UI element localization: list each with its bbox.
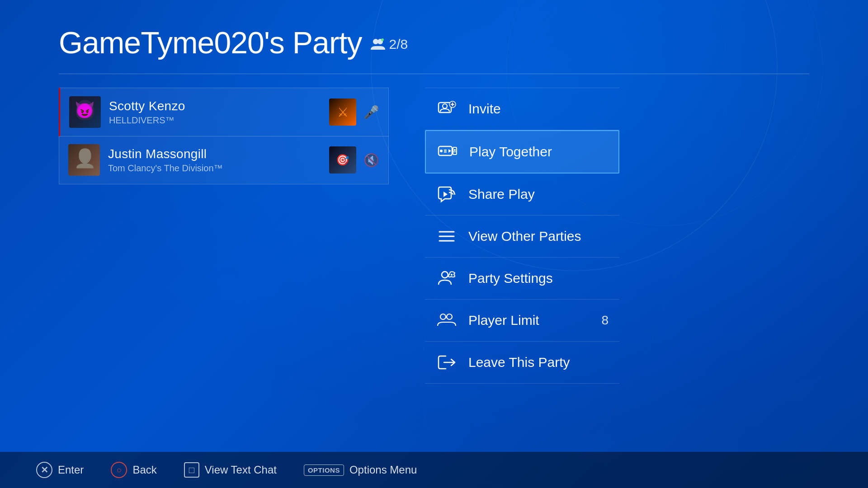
party-settings-icon-svg	[437, 268, 457, 288]
game-thumbnail-helldivers	[329, 99, 356, 126]
party-settings-icon	[436, 267, 458, 289]
x-button: ✕	[36, 462, 52, 478]
menu-label-invite: Invite	[468, 101, 609, 117]
member-item-justin[interactable]: Justin Massongill Tom Clancy's The Divis…	[59, 136, 389, 184]
menu-item-party-settings[interactable]: Party Settings	[425, 258, 619, 300]
member-right-scotty: 🎤	[329, 99, 379, 126]
division-thumb	[329, 146, 356, 174]
action-back[interactable]: ○ Back	[111, 462, 156, 478]
leave-party-icon-svg	[437, 352, 457, 372]
menu-item-share-play[interactable]: Share Play	[425, 174, 619, 216]
action-view-text-chat[interactable]: □ View Text Chat	[184, 462, 277, 478]
view-text-chat-label: View Text Chat	[205, 464, 277, 476]
play-together-icon-svg	[438, 142, 458, 162]
bottom-bar: ✕ Enter ○ Back □ View Text Chat OPTIONS …	[0, 452, 868, 488]
menu-item-leave-party[interactable]: Leave This Party	[425, 342, 619, 384]
member-right-justin: 🔇	[329, 146, 379, 174]
member-info-scotty: Scotty Kenzo HELLDIVERS™	[101, 99, 329, 126]
back-label: Back	[132, 464, 156, 476]
mic-muted-icon: 🔇	[363, 153, 379, 168]
member-list: Scotty Kenzo HELLDIVERS™ 🎤 Justin Masson…	[59, 88, 389, 384]
view-other-parties-icon	[436, 225, 458, 247]
member-count-badge: + 2/8	[371, 37, 408, 52]
play-together-icon	[437, 141, 458, 163]
svg-point-10	[440, 150, 443, 152]
menu-label-leave-party: Leave This Party	[468, 355, 609, 370]
invite-icon	[436, 98, 458, 120]
member-name-scotty: Scotty Kenzo	[109, 99, 329, 113]
view-other-parties-icon-svg	[437, 226, 457, 246]
menu-panel: Invite Play Together	[425, 88, 619, 384]
svg-point-19	[442, 272, 448, 278]
menu-item-play-together[interactable]: Play Together	[425, 130, 619, 174]
svg-point-20	[451, 274, 453, 276]
options-menu-label: Options Menu	[349, 464, 417, 476]
helldivers-thumb	[329, 99, 356, 126]
header: GameTyme020's Party + 2/8	[0, 0, 868, 74]
menu-item-view-other-parties[interactable]: View Other Parties	[425, 216, 619, 258]
member-item-scotty[interactable]: Scotty Kenzo HELLDIVERS™ 🎤	[59, 88, 389, 136]
svg-rect-12	[444, 151, 447, 153]
menu-item-invite[interactable]: Invite	[425, 88, 619, 130]
menu-item-player-limit[interactable]: Player Limit 8	[425, 300, 619, 342]
action-options-menu[interactable]: OPTIONS Options Menu	[304, 464, 417, 476]
share-play-icon	[436, 183, 458, 205]
svg-point-21	[440, 314, 446, 319]
game-thumbnail-division	[329, 146, 356, 174]
circle-button: ○	[111, 462, 127, 478]
mic-active-icon: 🎤	[363, 105, 379, 120]
member-count-text: 2/8	[389, 37, 408, 52]
share-play-icon-svg	[437, 184, 457, 204]
menu-label-view-other-parties: View Other Parties	[468, 229, 609, 244]
party-title: GameTyme020's Party	[59, 25, 362, 60]
main-content: Scotty Kenzo HELLDIVERS™ 🎤 Justin Masson…	[0, 74, 868, 384]
options-button: OPTIONS	[304, 465, 344, 476]
leave-party-icon	[436, 352, 458, 373]
player-limit-value: 8	[601, 313, 609, 328]
member-game-justin: Tom Clancy's The Division™	[108, 163, 329, 174]
svg-point-5	[443, 104, 447, 108]
member-info-justin: Justin Massongill Tom Clancy's The Divis…	[100, 147, 329, 174]
square-button: □	[184, 462, 199, 478]
player-limit-icon	[436, 310, 458, 331]
members-icon: +	[371, 38, 385, 51]
svg-rect-11	[444, 150, 447, 151]
menu-label-player-limit: Player Limit	[468, 313, 590, 328]
svg-point-22	[447, 314, 452, 319]
enter-label: Enter	[58, 464, 84, 476]
member-game-scotty: HELLDIVERS™	[109, 115, 329, 126]
svg-text:+: +	[382, 38, 383, 41]
menu-label-play-together: Play Together	[469, 144, 608, 160]
avatar-justin	[68, 144, 100, 176]
action-enter[interactable]: ✕ Enter	[36, 462, 84, 478]
avatar-scotty	[69, 96, 101, 128]
invite-icon-svg	[437, 99, 457, 119]
menu-label-party-settings: Party Settings	[468, 271, 609, 286]
player-limit-icon-svg	[437, 310, 457, 330]
menu-label-share-play: Share Play	[468, 187, 609, 202]
svg-point-14	[454, 149, 456, 151]
member-name-justin: Justin Massongill	[108, 147, 329, 161]
content-wrapper: GameTyme020's Party + 2/8 Scotty Kenzo H…	[0, 0, 868, 488]
